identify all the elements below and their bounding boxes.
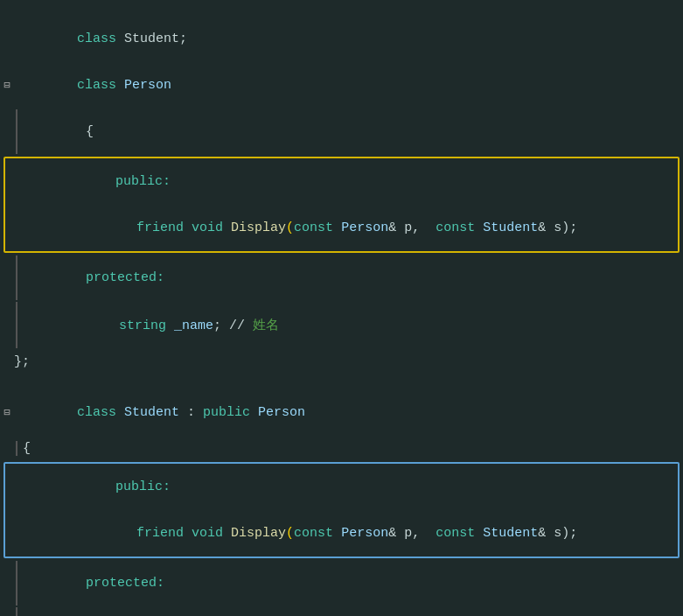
kw-class2: class xyxy=(77,78,116,93)
section-person: class Student; ⊟ class Person { public: xyxy=(0,16,683,374)
line-public-student: public: xyxy=(5,464,678,510)
code-container: class Student; ⊟ class Person { public: xyxy=(0,9,683,616)
line-brace-open-student: { xyxy=(0,436,683,460)
highlight-box-person: public: friend void Display(const Person… xyxy=(3,157,680,253)
section-student: ⊟ class Student : public Person { public… xyxy=(0,389,683,616)
line-class-student-def: ⊟ class Student : public Person xyxy=(0,389,683,436)
line-public-person: public: xyxy=(5,158,678,205)
line-friend-display-person: friend void Display(const Person& p, con… xyxy=(5,205,678,251)
line-brace-open-person: { xyxy=(0,108,683,155)
line-brace-close-person: }; xyxy=(0,349,683,374)
line-class-student-fwd: class Student; xyxy=(0,16,683,62)
gap1 xyxy=(0,374,683,389)
line-string-name: string _name; // 姓名 xyxy=(0,301,683,349)
kw-public: public xyxy=(115,174,163,189)
line-class-person: ⊟ class Person xyxy=(0,62,683,108)
line-friend-display-student: friend void Display(const Person& p, con… xyxy=(5,510,678,556)
line-protected-person: protected: xyxy=(0,255,683,301)
id-person: Person xyxy=(124,78,171,93)
text-student-semicolon: Student; xyxy=(116,32,187,46)
brace-open: { xyxy=(86,124,94,139)
line-int-stunum: int _stuNum; // 学号 xyxy=(0,606,683,616)
kw-class: class xyxy=(77,32,116,46)
collapse-btn-fwd[interactable] xyxy=(0,33,14,46)
collapse-btn-student[interactable]: ⊟ xyxy=(0,406,14,419)
collapse-btn-person[interactable]: ⊟ xyxy=(0,79,14,92)
line-protected-student: protected: xyxy=(0,560,683,606)
highlight-box-student: public: friend void Display(const Person… xyxy=(3,462,680,558)
colon-public: : xyxy=(163,174,171,189)
sp1 xyxy=(116,78,124,93)
